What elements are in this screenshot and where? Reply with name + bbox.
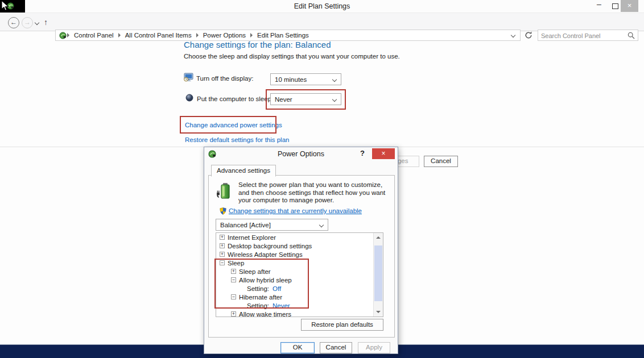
chevron-down-icon: [319, 223, 324, 227]
breadcrumb-separator-icon: [118, 33, 121, 38]
tree-item-wireless-adapter-settings[interactable]: +Wireless Adapter Settings: [216, 250, 373, 259]
restore-default-settings-link[interactable]: Restore default settings for this plan: [185, 136, 289, 143]
window-title: Edit Plan Settings: [0, 0, 644, 13]
scroll-up-icon[interactable]: [376, 236, 381, 239]
desktop: Edit Plan Settings – × ← → ↑: [0, 0, 644, 358]
scrollbar-thumb[interactable]: [374, 245, 382, 301]
setting-value-off[interactable]: Off: [273, 285, 281, 292]
tree-item-hibernate-after[interactable]: −Hibernate after: [216, 293, 373, 301]
navigation-bar: ← → ↑ Control Panel All Control Panel It…: [0, 13, 644, 31]
minimize-button[interactable]: –: [592, 0, 606, 12]
minimize-icon: –: [597, 0, 601, 9]
display-timeout-select[interactable]: 10 minutes: [270, 73, 341, 85]
expand-icon[interactable]: +: [220, 252, 225, 257]
tree-item-hybrid-sleep-setting[interactable]: Setting:Off: [216, 284, 373, 293]
tree-item-sleep-after[interactable]: +Sleep after: [216, 267, 373, 276]
power-options-icon: [208, 150, 216, 158]
uac-shield-icon: [220, 207, 226, 215]
recent-pages-chevron-icon[interactable]: [35, 20, 39, 25]
tree-item-hibernate-setting[interactable]: Setting:Never: [216, 301, 373, 310]
sleep-timeout-value: Never: [275, 96, 292, 103]
expand-icon[interactable]: +: [231, 311, 236, 317]
dialog-title-bar: Power Options ? ×: [204, 147, 398, 161]
tree-scrollbar[interactable]: [373, 233, 383, 317]
close-icon: ×: [381, 149, 385, 157]
display-timeout-value: 10 minutes: [275, 76, 307, 83]
address-dropdown-chevron-icon[interactable]: [511, 33, 515, 38]
close-button[interactable]: ×: [621, 0, 638, 12]
collapse-icon[interactable]: −: [231, 277, 236, 282]
chevron-down-icon: [332, 97, 337, 102]
up-button[interactable]: ↑: [44, 18, 48, 27]
breadcrumb-item-control-panel[interactable]: Control Panel: [70, 32, 118, 39]
page-subtitle: Choose the sleep and display settings th…: [184, 53, 400, 60]
breadcrumb-separator-icon: [67, 33, 69, 38]
tree-item-allow-hybrid-sleep[interactable]: −Allow hybrid sleep: [216, 276, 373, 284]
cancel-button[interactable]: Cancel: [424, 156, 458, 167]
ok-button[interactable]: OK: [280, 342, 315, 353]
search-input[interactable]: [538, 31, 629, 41]
forward-arrow-icon: →: [24, 18, 31, 26]
breadcrumb-item-edit-plan-settings[interactable]: Edit Plan Settings: [253, 32, 313, 39]
tab-advanced-settings[interactable]: Advanced settings: [211, 165, 276, 177]
back-arrow-icon: ←: [10, 18, 17, 26]
close-icon: ×: [628, 1, 632, 10]
title-bar: Edit Plan Settings – ×: [0, 0, 644, 13]
power-plan-value: Balanced [Active]: [220, 222, 271, 228]
sleep-timeout-select[interactable]: Never: [270, 93, 341, 105]
breadcrumb-separator-icon: [196, 33, 199, 38]
dialog-description: Select the power plan that you want to c…: [238, 181, 390, 205]
breadcrumb: Control Panel All Control Panel Items Po…: [55, 30, 521, 41]
collapse-icon[interactable]: −: [220, 260, 225, 265]
collapse-icon[interactable]: −: [231, 294, 236, 299]
breadcrumb-separator-icon: [250, 33, 253, 38]
page-title: Change settings for the plan: Balanced: [184, 40, 331, 49]
tree-item-sleep[interactable]: −Sleep: [216, 259, 373, 267]
display-icon: [184, 73, 193, 82]
sleep-setting-label: Put the computer to sleep:: [197, 95, 273, 102]
change-unavailable-settings-link[interactable]: Change settings that are currently unava…: [229, 207, 362, 214]
dialog-title: Power Options: [204, 147, 398, 161]
tree-item-allow-wake-timers[interactable]: +Allow wake timers: [216, 310, 373, 317]
apply-button: Apply: [358, 342, 390, 353]
power-options-dialog: Power Options ? × Advanced settings: [204, 147, 398, 354]
scroll-down-icon[interactable]: [376, 311, 381, 313]
expand-icon[interactable]: +: [231, 269, 236, 274]
expand-icon[interactable]: +: [220, 243, 225, 248]
power-plan-select[interactable]: Balanced [Active]: [216, 219, 328, 231]
restore-plan-defaults-button[interactable]: Restore plan defaults: [301, 319, 383, 331]
change-advanced-power-settings-link[interactable]: Change advanced power settings: [185, 122, 282, 128]
forward-button[interactable]: →: [22, 17, 33, 28]
advanced-settings-tree: +Internet Explorer +Desktop background s…: [216, 232, 383, 317]
power-options-breadcrumb-icon: [59, 32, 67, 39]
advanced-settings-tab-page: Select the power plan that you want to c…: [208, 175, 395, 338]
breadcrumb-item-all-control-panel-items[interactable]: All Control Panel Items: [121, 32, 196, 39]
search-box: [538, 30, 638, 41]
tree-item-internet-explorer[interactable]: +Internet Explorer: [216, 233, 373, 242]
breadcrumb-item-power-options[interactable]: Power Options: [199, 32, 250, 39]
battery-icon: [216, 182, 235, 201]
refresh-icon[interactable]: [523, 31, 534, 40]
chevron-down-icon: [332, 77, 337, 82]
help-button[interactable]: ?: [357, 149, 368, 157]
expand-icon[interactable]: +: [220, 235, 225, 240]
setting-value-never[interactable]: Never: [273, 302, 290, 309]
mouse-cursor: [1, 1, 11, 12]
sleep-icon: [185, 94, 193, 102]
up-arrow-icon: ↑: [44, 18, 48, 27]
search-icon: [628, 32, 635, 39]
back-button[interactable]: ←: [8, 17, 19, 28]
dialog-close-button[interactable]: ×: [372, 148, 395, 159]
dialog-cancel-button[interactable]: Cancel: [320, 342, 352, 353]
tree-item-desktop-background-settings[interactable]: +Desktop background settings: [216, 242, 373, 250]
display-setting-label: Turn off the display:: [196, 75, 253, 82]
maximize-icon: [612, 3, 618, 9]
